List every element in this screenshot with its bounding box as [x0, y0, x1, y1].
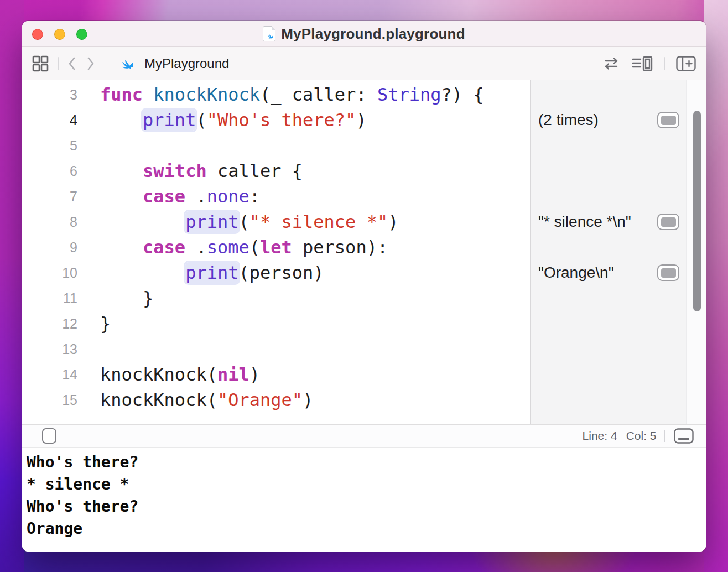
code-token: (person): [238, 262, 324, 283]
code-token: }: [100, 288, 153, 309]
editor-area: 3func knockKnock(_ caller: String?) {4 p…: [22, 80, 706, 424]
line-number[interactable]: 12: [22, 316, 77, 332]
line-number[interactable]: 13: [22, 341, 77, 357]
breadcrumb-project[interactable]: MyPlayground: [144, 56, 229, 71]
toolbar: MyPlayground: [22, 47, 706, 80]
line-number[interactable]: 9: [22, 240, 77, 256]
wallpaper-right-band: [704, 0, 728, 572]
show-result-button[interactable]: [657, 112, 679, 128]
console-line: Who's there?: [27, 451, 706, 474]
line-number[interactable]: 7: [22, 189, 77, 205]
code-line[interactable]: 15knockKnock("Orange"): [22, 387, 530, 413]
line-number[interactable]: 10: [22, 265, 77, 281]
editor-options-icon[interactable]: [631, 55, 654, 72]
console-line: * silence *: [27, 474, 706, 496]
code-line[interactable]: 4 print("Who's there?"): [22, 107, 530, 133]
hide-debug-area-icon[interactable]: [673, 427, 695, 445]
code-token: "Orange": [217, 389, 303, 410]
result-value: (2 times): [538, 111, 599, 129]
playground-document-icon: [263, 26, 275, 41]
statusbar-separator: [664, 430, 665, 442]
scrollbar-track[interactable]: [686, 80, 706, 424]
code-token: ): [356, 110, 366, 131]
code-line[interactable]: 9 case .some(let person):: [22, 235, 530, 260]
code-line[interactable]: 5: [22, 133, 530, 158]
show-result-fill: [661, 116, 676, 125]
code-line[interactable]: 7 case .none:: [22, 184, 530, 209]
result-row: "* silence *\n": [531, 209, 686, 235]
show-result-button[interactable]: [657, 214, 679, 230]
console-line: Orange: [27, 518, 706, 540]
console-output[interactable]: Who's there?* silence *Who's there?Orang…: [22, 448, 706, 552]
code-token: .: [185, 186, 207, 207]
code-token: ): [303, 389, 313, 410]
zoom-button[interactable]: [76, 29, 87, 40]
swap-editors-icon[interactable]: [602, 56, 621, 71]
code-text: print("Who's there?"): [100, 107, 367, 133]
code-token: ?) {: [441, 84, 484, 105]
code-line[interactable]: 14knockKnock(nil): [22, 362, 530, 387]
code-line[interactable]: 3func knockKnock(_ caller: String?) {: [22, 82, 530, 107]
code-line[interactable]: 12}: [22, 311, 530, 336]
code-line[interactable]: 8 print("* silence *"): [22, 209, 530, 235]
code-text: switch caller {: [100, 158, 303, 184]
window-title-group[interactable]: MyPlayground.playground: [263, 25, 465, 43]
col-indicator: Col: 5: [626, 429, 657, 443]
line-number[interactable]: 6: [22, 163, 77, 179]
run-stop-icon[interactable]: [42, 428, 56, 444]
line-number[interactable]: 15: [22, 392, 77, 408]
back-chevron-icon[interactable]: [66, 55, 77, 72]
line-number[interactable]: 14: [22, 367, 77, 383]
line-number[interactable]: 5: [22, 138, 77, 154]
show-result-fill: [661, 268, 676, 278]
console-line: Who's there?: [27, 496, 706, 518]
code-line[interactable]: 11 }: [22, 285, 530, 311]
code-line[interactable]: 10 print(person): [22, 260, 530, 285]
code-token: [100, 211, 185, 232]
line-number[interactable]: 4: [22, 112, 77, 128]
line-number[interactable]: 3: [22, 87, 77, 103]
code-token: [100, 160, 143, 181]
line-number[interactable]: 8: [22, 214, 77, 230]
code-text: case .some(let person):: [100, 235, 388, 260]
code-token: [100, 110, 143, 131]
code-line[interactable]: 6 switch caller {: [22, 158, 530, 184]
title-bar[interactable]: MyPlayground.playground: [22, 21, 706, 47]
code-token: (: [238, 211, 249, 232]
desktop: MyPlayground.playground: [0, 0, 728, 572]
code-token: "Who's there?": [207, 110, 356, 131]
show-result-button[interactable]: [657, 264, 679, 281]
playground-window: MyPlayground.playground: [22, 21, 706, 552]
show-result-fill: [661, 217, 676, 227]
code-token: caller {: [207, 160, 303, 181]
code-token: knockKnock(: [100, 364, 217, 385]
minimize-button[interactable]: [54, 29, 65, 40]
result-row: (2 times): [531, 107, 686, 133]
code-token: let: [260, 237, 292, 258]
source-editor[interactable]: 3func knockKnock(_ caller: String?) {4 p…: [22, 80, 530, 424]
code-token: case: [143, 237, 185, 258]
results-sidebar: (2 times)"* silence *\n""Orange\n": [530, 80, 686, 424]
add-editor-icon[interactable]: [675, 55, 697, 72]
code-token: none: [207, 186, 249, 207]
code-text: }: [100, 285, 153, 311]
code-token: (: [196, 110, 206, 131]
code-token: }: [100, 313, 111, 334]
line-number[interactable]: 11: [22, 290, 77, 306]
debug-bar: Line: 4 Col: 5: [22, 424, 706, 448]
toolbar-separator: [58, 57, 59, 70]
wallpaper-left-band: [0, 0, 24, 572]
related-items-icon[interactable]: [31, 54, 50, 73]
code-token: (: [249, 237, 260, 258]
code-token: func: [100, 84, 153, 105]
code-token: (_ caller:: [260, 84, 377, 105]
window-title: MyPlayground.playground: [281, 25, 465, 43]
cursor-position: Line: 4 Col: 5: [583, 429, 657, 443]
toolbar-separator: [664, 57, 665, 70]
forward-chevron-icon[interactable]: [85, 55, 96, 72]
code-text: print("* silence *"): [100, 209, 398, 235]
scrollbar-thumb[interactable]: [693, 111, 701, 311]
code-token: knockKnock: [153, 84, 260, 105]
close-button[interactable]: [32, 29, 43, 40]
code-line[interactable]: 13: [22, 336, 530, 362]
